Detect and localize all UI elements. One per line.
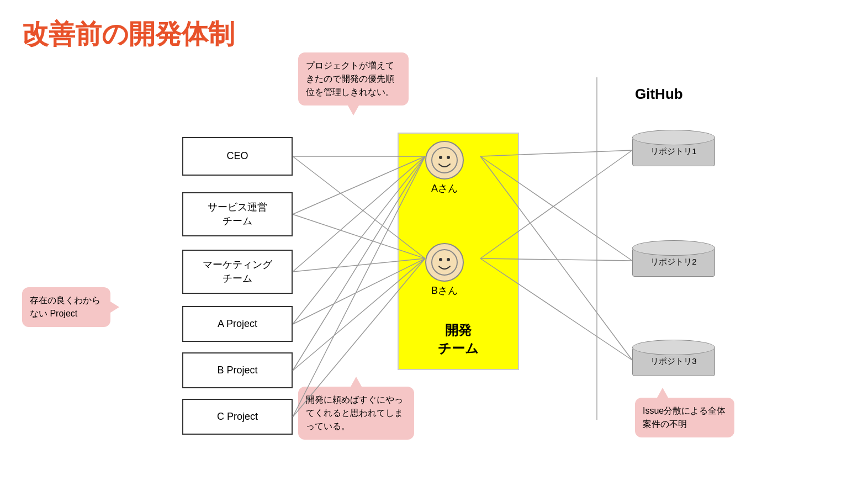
- repo3: リポジトリ3: [632, 340, 715, 381]
- person-b: Bさん: [425, 243, 464, 297]
- github-label: GitHub: [635, 86, 683, 103]
- person-a-icon: [425, 141, 464, 180]
- person-b-icon: [425, 243, 464, 282]
- box-aproject: A Project: [182, 306, 293, 342]
- box-service: サービス運営 チーム: [182, 192, 293, 236]
- bubble-bottom-center: 開発に頼めばすぐにやってくれると思われてしまっている。: [298, 387, 414, 440]
- svg-point-1: [439, 156, 442, 159]
- page: 改善前の開発体制 プロジェクトが増えてきたので開発の優先順位を管理しきれない。 …: [0, 0, 868, 496]
- repo1: リポジトリ1: [632, 130, 715, 171]
- bubble-bottom-right: Issue分散による全体案件の不明: [635, 398, 734, 437]
- person-a: Aさん: [425, 141, 464, 195]
- person-a-name: Aさん: [431, 182, 458, 195]
- repo2: リポジトリ2: [632, 240, 715, 282]
- box-marketing: マーケティング チーム: [182, 250, 293, 294]
- page-title: 改善前の開発体制: [22, 17, 235, 52]
- bubble-left: 存在の良くわからない Project: [22, 287, 110, 327]
- svg-point-5: [447, 258, 450, 261]
- svg-point-4: [439, 258, 442, 261]
- bubble-top: プロジェクトが増えてきたので開発の優先順位を管理しきれない。: [298, 52, 409, 105]
- svg-point-3: [432, 250, 457, 275]
- box-bproject: B Project: [182, 352, 293, 388]
- dev-team-label: 開発チーム: [438, 321, 479, 358]
- svg-point-2: [447, 156, 450, 159]
- box-cproject: C Project: [182, 399, 293, 435]
- person-b-name: Bさん: [431, 284, 458, 297]
- box-ceo: CEO: [182, 137, 293, 176]
- github-divider: [596, 77, 597, 420]
- svg-point-0: [432, 147, 457, 173]
